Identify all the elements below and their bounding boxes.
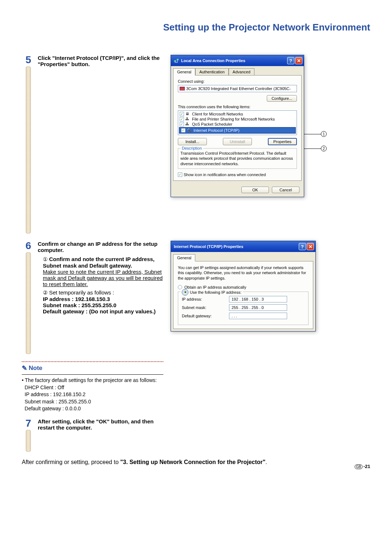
tabs: General <box>171 252 315 261</box>
sm-label: Subnet mask: <box>182 305 229 310</box>
final-text: After confirming or setting, proceed to … <box>22 459 370 465</box>
subnet-mask-field[interactable]: 255 . 255 . 255 . 0 <box>229 304 287 311</box>
item-label: QoS Packet Scheduler <box>192 122 232 126</box>
substep1-rest: Make sure to note the current IP address… <box>43 269 163 287</box>
adapter-box: 3Com 3C920 Integrated Fast Ethernet Cont… <box>178 85 297 92</box>
button-row: Install... Uninstall Properties <box>178 138 297 145</box>
callout-2: 2 <box>321 146 327 151</box>
close-button[interactable]: ✕ <box>307 243 314 250</box>
auto-text: You can get IP settings assigned automat… <box>178 265 309 281</box>
step-bar-7 <box>26 430 31 452</box>
connection-icon <box>174 58 179 63</box>
install-button[interactable]: Install... <box>178 138 207 145</box>
subnet-mask-row: Subnet mask: 255 . 255 . 255 . 0 <box>182 304 305 311</box>
properties-button[interactable]: Properties <box>268 138 297 145</box>
note-dg: Default gateway : 0.0.0.0 <box>25 406 81 411</box>
final-bold: "3. Setting up Network Connection for th… <box>120 459 265 465</box>
dialog-buttons: OK Cancel <box>171 183 304 197</box>
radio-manual[interactable]: Use the following IP address: <box>180 289 243 296</box>
qos-icon: 🖧 <box>185 122 191 126</box>
note-header: ✎ Note <box>22 364 163 372</box>
step-bar-6 <box>26 252 31 354</box>
step-indicator-5: 5 <box>22 55 35 233</box>
ip-line: IP address : 192.168.150.3 <box>43 296 110 302</box>
default-gateway-row: Default gateway: . . . <box>182 313 305 319</box>
step5-row: 5 Click "Internet Protocol (TCP/IP)", an… <box>22 55 370 233</box>
substep-1: ① Confirm and note the current IP addres… <box>43 256 163 287</box>
note-dhcp: DHCP Client : Off <box>25 385 64 390</box>
items-list[interactable]: ✓ 🖥 Client for Microsoft Networks ✓ 🖧 Fi… <box>178 110 297 135</box>
list-item-tcpip[interactable]: ✓ 🔌 Internet Protocol (TCP/IP) <box>179 127 296 134</box>
page-num-value: -21 <box>363 464 370 469</box>
lan-properties-dialog: Local Area Connection Properties ? ✕ Gen… <box>171 55 304 197</box>
radio-manual-label: Use the following IP address: <box>190 290 241 294</box>
step7-heading: After setting, click the "OK" button, an… <box>38 418 163 431</box>
close-button[interactable]: ✕ <box>295 57 302 64</box>
step7-row: 7 After setting, click the "OK" button, … <box>22 418 370 452</box>
note-label: Note <box>29 365 42 372</box>
sm-line: Subnet mask : 255.255.255.0 <box>43 302 117 308</box>
titlebar: Internet Protocol (TCP/IP) Properties ? … <box>171 241 315 252</box>
substep-2: ② Set temporarily as follows : IP addres… <box>43 289 163 314</box>
help-button[interactable]: ? <box>287 57 294 64</box>
svg-rect-1 <box>177 59 179 60</box>
default-gateway-field[interactable]: . . . <box>229 313 287 319</box>
note-ip: IP address : 192.168.150.2 <box>25 391 86 397</box>
final-post: . <box>265 459 267 465</box>
step6-heading: Confirm or change an IP address for the … <box>38 241 163 253</box>
configure-button[interactable]: Configure... <box>267 95 297 102</box>
item-label: File and Printer Sharing for Microsoft N… <box>192 117 275 121</box>
ip-group: Use the following IP address: IP address… <box>178 292 309 325</box>
description-text: Transmission Control Protocol/Internet P… <box>180 151 294 166</box>
protocol-icon: 🔌 <box>187 128 192 133</box>
substep1-bold: Confirm and note the current IP address,… <box>43 256 155 269</box>
note-underline <box>22 374 163 375</box>
step-number-7: 7 <box>25 418 31 428</box>
svg-rect-0 <box>174 60 176 62</box>
client-icon: 🖥 <box>185 112 191 116</box>
ip-address-field[interactable]: 192 . 168 . 150 . 3 <box>229 296 287 302</box>
cancel-button[interactable]: Cancel <box>272 187 299 193</box>
item-label: Internet Protocol (TCP/IP) <box>193 128 240 133</box>
tabs: General Authentication Advanced <box>171 66 304 75</box>
list-item[interactable]: ✓ 🖥 Client for Microsoft Networks <box>178 111 297 117</box>
substep2-text: Set temporarily as follows : <box>49 289 114 296</box>
adapter-icon <box>180 87 185 90</box>
tab-content: Connect using: 3Com 3C920 Integrated Fas… <box>173 75 302 181</box>
substep1-num: ① <box>43 256 48 262</box>
tab-authentication[interactable]: Authentication <box>195 68 229 75</box>
list-item[interactable]: ✓ 🖧 File and Printer Sharing for Microso… <box>178 117 297 122</box>
ip-address-row: IP address: 192 . 168 . 150 . 3 <box>182 296 305 302</box>
help-button[interactable]: ? <box>299 243 306 250</box>
step-indicator-6: 6 <box>22 241 35 354</box>
page-number: GB-21 <box>355 464 370 469</box>
radio-icon[interactable] <box>183 290 187 294</box>
checkbox-icon[interactable]: ✓ <box>180 117 184 121</box>
page-title: Setting up the Projector Network Environ… <box>22 22 370 33</box>
final-pre: After confirming or setting, proceed to <box>22 459 120 465</box>
checkbox-icon[interactable]: ✓ <box>180 112 184 116</box>
tab-general[interactable]: General <box>173 68 195 76</box>
callout-line-2 <box>304 149 321 149</box>
checkbox-icon[interactable]: ✓ <box>181 128 185 133</box>
step5-heading: Click "Internet Protocol (TCP/IP)", and … <box>38 55 163 67</box>
uses-items-label: This connection uses the following items… <box>178 105 297 109</box>
tcpip-properties-dialog: Internet Protocol (TCP/IP) Properties ? … <box>171 241 316 332</box>
show-icon-checkbox[interactable]: ✓ <box>178 172 182 177</box>
note-icon: ✎ <box>22 364 27 372</box>
dg-line: Default gateway : (Do not input any valu… <box>43 308 156 314</box>
gb-badge: GB <box>355 464 363 469</box>
list-item[interactable]: ✓ 🖧 QoS Packet Scheduler <box>178 122 297 127</box>
dialog1-title: Local Area Connection Properties <box>181 58 245 63</box>
ok-button[interactable]: OK <box>241 187 269 193</box>
tab-advanced[interactable]: Advanced <box>229 68 254 75</box>
ip-label: IP address: <box>182 297 229 301</box>
checkbox-icon[interactable]: ✓ <box>180 122 184 126</box>
tab-general[interactable]: General <box>173 254 195 261</box>
titlebar: Local Area Connection Properties ? ✕ <box>171 55 304 66</box>
note-section: ✎ Note • The factory default settings fo… <box>22 361 163 412</box>
connect-using-label: Connect using: <box>178 79 297 84</box>
tab-content: You can get IP settings assigned automat… <box>173 261 313 329</box>
adapter-name: 3Com 3C920 Integrated Fast Ethernet Cont… <box>186 86 291 91</box>
description-group: Description Transmission Control Protoco… <box>178 148 297 169</box>
